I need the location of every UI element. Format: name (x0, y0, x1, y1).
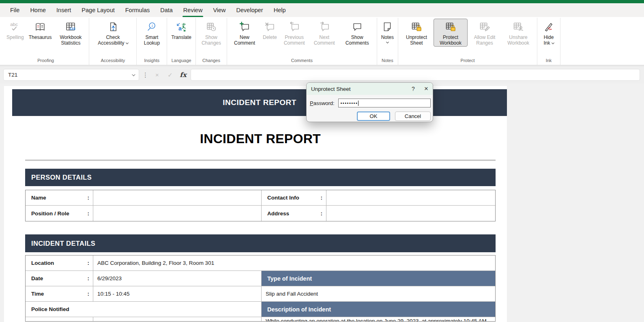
person-details-table: Name: Contact Info: Position / Role: Add… (25, 190, 496, 221)
close-icon[interactable]: × (420, 83, 433, 95)
translate-icon: a (175, 21, 187, 33)
tab-formulas[interactable]: Formulas (120, 3, 155, 17)
tab-page-layout[interactable]: Page Layout (76, 3, 120, 17)
excel-title-bar (0, 0, 644, 3)
time-label-cell[interactable]: Time: (26, 286, 93, 302)
confirm-entry-icon: ✓ (165, 69, 176, 80)
more-options-icon: ⋮ (141, 71, 150, 79)
chevron-down-icon (132, 73, 135, 76)
incident-details-table: Location: ABC Corporation, Building 2, F… (25, 255, 496, 322)
ok-button[interactable]: OK (357, 112, 390, 121)
contact-info-label-cell[interactable]: Contact Info: (262, 190, 326, 206)
unprotect-sheet-button[interactable]: Unprotect Sheet (400, 19, 433, 47)
chevron-down-icon (551, 41, 554, 44)
formula-input[interactable] (191, 69, 640, 81)
svg-text:i: i (152, 24, 153, 28)
address-label-cell[interactable]: Address: (262, 206, 326, 221)
password-label: Password: (310, 100, 338, 106)
group-proofing: abc Spelling Thesaurus 123 Workbook Stat… (2, 18, 89, 65)
hide-ink-button[interactable]: Hide Ink (539, 19, 558, 47)
incident-details-header[interactable]: INCIDENT DETAILS (25, 234, 496, 252)
address-value-cell[interactable] (326, 206, 495, 221)
title-divider (25, 160, 496, 161)
smart-lookup-button[interactable]: i Smart Lookup (139, 19, 165, 47)
show-changes-icon (205, 21, 217, 33)
name-box-value: T21 (8, 72, 17, 78)
position-role-value-cell[interactable] (93, 206, 262, 221)
group-label-insights: Insights (139, 57, 165, 64)
group-label-accessibility: Accessibility (91, 57, 134, 64)
time-value-cell[interactable]: 10:15 - 10:45 (93, 286, 262, 302)
police-notified-value-cell[interactable] (26, 317, 93, 321)
tab-help[interactable]: Help (268, 3, 291, 17)
show-comments-button[interactable]: Show Comments (340, 19, 375, 47)
show-changes-button: Show Changes (198, 19, 225, 47)
group-label-notes: Notes (379, 57, 396, 64)
smart-lookup-icon: i (146, 21, 158, 33)
group-comments: New Comment Delete Previous Comment Next… (227, 18, 377, 65)
position-role-label-cell[interactable]: Position / Role: (26, 206, 93, 221)
svg-text:123: 123 (69, 27, 75, 31)
empty-cell[interactable] (93, 317, 262, 321)
date-label-cell[interactable]: Date: (26, 271, 93, 286)
group-label-proofing: Proofing (4, 57, 87, 64)
check-accessibility-button[interactable]: Check Accessibility (91, 19, 134, 47)
insert-function-icon[interactable]: fx (178, 69, 189, 80)
type-of-incident-value-cell[interactable]: Slip and Fall Accident (262, 286, 495, 302)
table-row: While conducting an operation at the loc… (26, 317, 495, 321)
spelling-button: abc Spelling (4, 19, 26, 41)
svg-text:abc: abc (11, 21, 18, 27)
password-dots: •••••••• (341, 101, 358, 105)
dialog-buttons: OK Cancel (307, 107, 433, 121)
notes-button[interactable]: Notes (379, 19, 396, 44)
table-row: Position / Role: Address: (26, 206, 495, 221)
chevron-down-icon (386, 41, 389, 43)
spelling-icon: abc (9, 21, 21, 33)
description-header-cell[interactable]: Description of Incident (262, 302, 495, 317)
name-value-cell[interactable] (93, 190, 262, 206)
name-box[interactable]: T21 (3, 69, 139, 81)
tab-review[interactable]: Review (178, 3, 208, 17)
notes-icon (381, 21, 393, 33)
location-value-cell[interactable]: ABC Corporation, Building 2, Floor 3, Ro… (93, 255, 495, 271)
group-insights: i Smart Lookup Insights (137, 18, 167, 65)
excel-window: File Home Insert Page Layout Formulas Da… (0, 0, 644, 322)
type-of-incident-header-cell[interactable]: Type of Incident (262, 271, 495, 286)
tab-view[interactable]: View (208, 3, 231, 17)
chevron-down-icon (126, 41, 129, 44)
group-ink: Hide Ink Ink (537, 18, 560, 65)
tab-file[interactable]: File (5, 3, 25, 17)
previous-comment-button: Previous Comment (280, 19, 309, 47)
group-label-changes: Changes (198, 57, 225, 64)
location-label-cell[interactable]: Location: (26, 255, 93, 271)
description-value-cell[interactable]: While conducting an operation at the loc… (262, 317, 495, 321)
group-changes: Show Changes Changes (196, 18, 227, 65)
date-value-cell[interactable]: 6/29/2023 (93, 271, 262, 286)
tab-data[interactable]: Data (155, 3, 178, 17)
new-comment-button[interactable]: New Comment (229, 19, 260, 47)
group-accessibility: Check Accessibility Accessibility (89, 18, 137, 65)
thesaurus-button[interactable]: Thesaurus (27, 19, 54, 41)
tab-insert[interactable]: Insert (51, 3, 76, 17)
translate-button[interactable]: a Translate (169, 19, 193, 41)
tab-developer[interactable]: Developer (231, 3, 268, 17)
workbook-statistics-button[interactable]: 123 Workbook Statistics (54, 19, 87, 47)
contact-info-value-cell[interactable] (326, 190, 495, 206)
new-comment-icon (238, 21, 251, 33)
tab-home[interactable]: Home (25, 3, 51, 17)
hide-ink-icon (543, 21, 555, 33)
page-title[interactable]: INCIDENT REPORT (25, 131, 496, 146)
help-icon[interactable]: ? (407, 83, 420, 95)
protect-workbook-button[interactable]: Protect Workbook (434, 19, 468, 47)
next-comment-button: Next Comment (310, 19, 339, 47)
group-label-ink: Ink (539, 57, 558, 64)
delete-comment-button: Delete (261, 19, 279, 41)
cancel-button[interactable]: Cancel (395, 112, 431, 121)
protect-workbook-icon (444, 21, 457, 33)
person-details-header[interactable]: PERSON DETAILS (25, 169, 496, 186)
police-notified-label-cell[interactable]: Police Notified (26, 302, 262, 317)
unshare-workbook-button: Unshare Workbook (502, 19, 535, 47)
group-label-language: Language (169, 57, 193, 64)
name-label-cell[interactable]: Name: (26, 190, 93, 206)
password-input[interactable]: •••••••• (338, 99, 431, 107)
